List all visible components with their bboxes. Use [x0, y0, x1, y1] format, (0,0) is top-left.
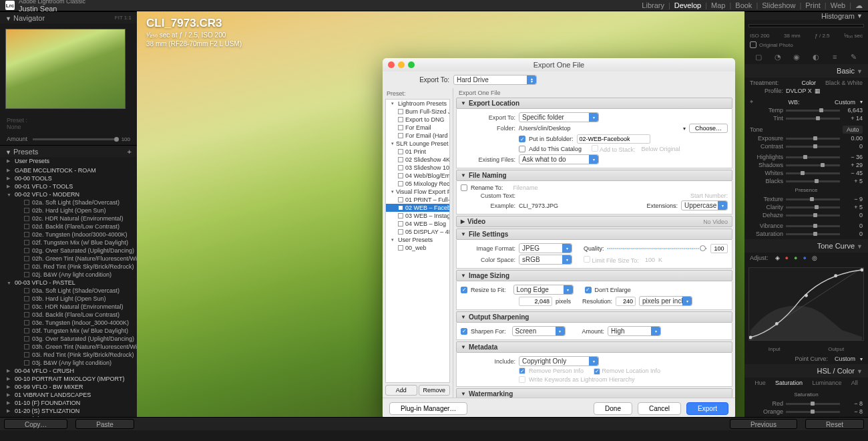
- resize-checkbox[interactable]: ✓: [461, 287, 467, 293]
- gradient-tool-icon[interactable]: ≡: [830, 52, 839, 61]
- module-slideshow[interactable]: Slideshow: [762, 1, 795, 10]
- contrast-slider[interactable]: [786, 146, 840, 148]
- preset-item[interactable]: 03j. B&W (Any light condition): [0, 359, 137, 367]
- module-library[interactable]: Library: [642, 1, 664, 10]
- preset-item[interactable]: 02f. Tungsten Mix (w/ Blue Daylight): [0, 239, 137, 247]
- export-preset-item[interactable]: 00_web: [386, 244, 449, 252]
- export-preset-item[interactable]: For Email (Hard Drive): [386, 132, 449, 140]
- window-minimize-icon[interactable]: [398, 61, 405, 68]
- reset-button[interactable]: Reset: [805, 419, 864, 429]
- preset-item[interactable]: 03h. Green Tint (Nature/Fluorescent/Wind…: [0, 343, 137, 351]
- existing-files-select[interactable]: Ask what to do▾: [519, 154, 599, 164]
- section-video[interactable]: ▶VideoNo Video: [456, 216, 732, 227]
- preset-group[interactable]: ▶00-10 PORTRAIT MIXOLOGY (IMPORT): [0, 375, 137, 383]
- section-image-sizing[interactable]: ▼Image Sizing: [456, 270, 732, 281]
- highlights-slider[interactable]: [786, 156, 840, 158]
- preset-item[interactable]: 02j. B&W (Any light condition): [0, 271, 137, 279]
- section-sharpening[interactable]: ▼Output Sharpening: [456, 311, 732, 323]
- preset-group[interactable]: ▶01-30 (B) BASE TONES: [0, 415, 137, 417]
- temp-slider[interactable]: [786, 110, 840, 112]
- image-format-select[interactable]: JPEG▾: [519, 243, 572, 253]
- rename-checkbox[interactable]: [461, 184, 467, 191]
- preset-item[interactable]: 03c. HDR Natural (Environmental): [0, 303, 137, 311]
- preset-remove-button[interactable]: Remove: [419, 385, 451, 396]
- wb-picker-icon[interactable]: ⌖: [750, 98, 753, 106]
- quality-slider[interactable]: [608, 245, 707, 252]
- resolution-input[interactable]: [616, 297, 636, 306]
- tint-slider[interactable]: [786, 118, 840, 120]
- export-preset-item[interactable]: 05 DISPLAY – 4K: [386, 228, 449, 236]
- hsl-tab-saturation[interactable]: Saturation: [775, 380, 803, 386]
- original-photo-checkbox[interactable]: [750, 41, 756, 48]
- preset-item[interactable]: 03d. Backlit (Flare/Low Contrast): [0, 311, 137, 319]
- colorspace-select[interactable]: sRGB▾: [519, 255, 572, 265]
- shadows-slider[interactable]: [786, 164, 840, 166]
- export-button[interactable]: Export: [686, 402, 728, 415]
- export-preset-group[interactable]: ▾Lightroom Presets: [386, 100, 449, 108]
- preset-item[interactable]: 02b. Hard Light (Open Sun): [0, 206, 137, 214]
- histogram[interactable]: [748, 24, 864, 27]
- section-file-settings[interactable]: ▼File Settings: [456, 229, 732, 240]
- curve-b-icon[interactable]: ●: [803, 255, 806, 261]
- user-presets-group[interactable]: ▶User Presets: [0, 157, 137, 165]
- hsl-tab-hue[interactable]: Hue: [754, 380, 766, 386]
- export-preset-item[interactable]: 02 Slideshow 4K: [386, 156, 449, 164]
- mask-tool-icon[interactable]: ◐: [811, 52, 821, 61]
- preset-group[interactable]: ▼00-03 VFLO - PASTEL: [0, 279, 137, 287]
- plugin-manager-button[interactable]: Plug-in Manager…: [389, 402, 467, 415]
- noenlarge-checkbox[interactable]: ✓: [585, 287, 592, 293]
- location-export-to-select[interactable]: Specific folder▾: [519, 112, 599, 122]
- wb-select[interactable]: Custom: [835, 99, 855, 106]
- export-preset-item[interactable]: 01 PRINT – Full-Res JPG 100%: [386, 196, 449, 204]
- tone-curve[interactable]: [748, 267, 864, 341]
- preset-item[interactable]: 03b. Hard Light (Open Sun): [0, 295, 137, 303]
- treatment-bw[interactable]: Black & White: [825, 80, 863, 86]
- export-preset-item[interactable]: Burn Full-Sized JPEGs: [386, 108, 449, 116]
- preset-item[interactable]: 02d. Backlit (Flare/Low Contrast): [0, 223, 137, 231]
- preset-item[interactable]: 02a. Soft Light (Shade/Overcast): [0, 198, 137, 206]
- crop-tool-icon[interactable]: ▢: [754, 52, 763, 61]
- add-catalog-checkbox[interactable]: [519, 146, 525, 152]
- sharpen-for-select[interactable]: Screen▾: [512, 326, 566, 336]
- export-preset-item[interactable]: Export to DNG: [386, 116, 449, 124]
- preset-group[interactable]: ▶01-20 (S) STYLIZATION: [0, 407, 137, 415]
- preset-item[interactable]: 02e. Tungsten (Indoor/3000-4000K): [0, 231, 137, 239]
- curve-r-icon[interactable]: ●: [785, 255, 789, 261]
- dehaze-slider[interactable]: [786, 214, 840, 216]
- copy-button[interactable]: Copy…: [4, 419, 67, 429]
- module-web[interactable]: Web: [831, 1, 845, 10]
- grid-icon[interactable]: ▦: [815, 88, 821, 94]
- choose-folder-button[interactable]: Choose…: [689, 124, 728, 133]
- exposure-slider[interactable]: [786, 138, 840, 140]
- sharpen-amount-select[interactable]: High▾: [608, 326, 661, 336]
- navigator-thumbnail[interactable]: [5, 29, 126, 109]
- preset-add-button[interactable]: Add: [385, 385, 417, 396]
- saturation-slider[interactable]: [786, 233, 840, 235]
- curve-rgb-icon[interactable]: ◈: [775, 255, 780, 261]
- export-preset-item[interactable]: For Email: [386, 124, 449, 132]
- export-to-select[interactable]: Hard Drive▴▾: [453, 75, 537, 85]
- preset-item[interactable]: 03i. Red Tint (Pink Sky/Brick/Redrock): [0, 351, 137, 359]
- curve-param-icon[interactable]: ◎: [812, 255, 817, 261]
- module-map[interactable]: Map: [711, 1, 725, 10]
- preset-item[interactable]: 03g. Over Saturated (Uplight/Dancing): [0, 335, 137, 343]
- preset-group[interactable]: ▶01 VIBRANT LANDSCAPES: [0, 391, 137, 399]
- subfolder-input[interactable]: [577, 134, 650, 144]
- navigator-header[interactable]: ▼ Navigator FIT 1:1: [0, 11, 137, 23]
- orange-slider[interactable]: [786, 411, 840, 413]
- curve-g-icon[interactable]: ●: [794, 255, 797, 261]
- hsl-panel-header[interactable]: HSL / Color ▼: [744, 364, 868, 378]
- export-preset-item[interactable]: 03 Slideshow 1080p: [386, 164, 449, 172]
- whites-slider[interactable]: [786, 172, 840, 174]
- hsl-tab-luminance[interactable]: Luminance: [812, 380, 841, 386]
- preset-group[interactable]: ▼00-02 VFLO - MODERN: [0, 190, 137, 198]
- preset-item[interactable]: 02g. Over Saturated (Uplight/Dancing): [0, 247, 137, 255]
- histogram-header[interactable]: Histogram ▼: [744, 11, 868, 20]
- preset-item[interactable]: 03a. Soft Light (Shade/Overcast): [0, 287, 137, 295]
- export-preset-item[interactable]: 05 Mixology Recipe: [386, 180, 449, 188]
- cancel-button[interactable]: Cancel: [638, 402, 681, 415]
- sharpen-checkbox[interactable]: ✓: [461, 328, 467, 335]
- preset-group[interactable]: ▶00-01 VFLO - TOOLS: [0, 182, 137, 190]
- module-develop[interactable]: Develop: [674, 1, 701, 10]
- preset-item[interactable]: 03f. Tungsten Mix (w/ Blue Daylight): [0, 327, 137, 335]
